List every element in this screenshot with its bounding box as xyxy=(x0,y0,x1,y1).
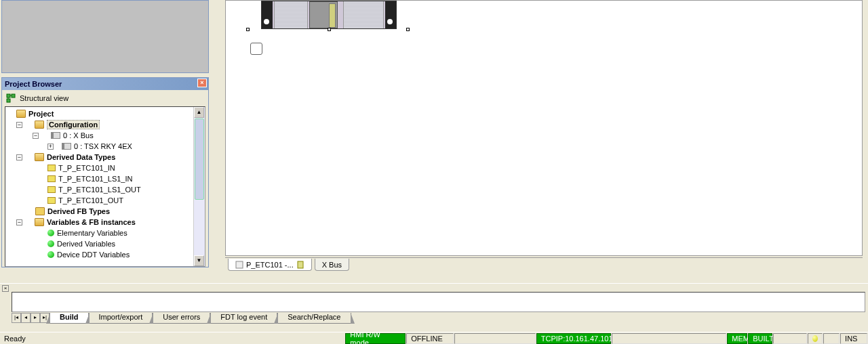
status-ready: Ready xyxy=(0,333,344,344)
rack-cpu-module[interactable] xyxy=(309,1,338,28)
datatype-icon xyxy=(47,197,56,204)
output-tabs: |◂ ◂ ▸ ▸| Build Import/export User error… xyxy=(12,312,865,324)
tree-container: Project −Configuration −0 : X Bus +0 : T… xyxy=(5,106,205,267)
tab-nav-prev-icon[interactable]: ◂ xyxy=(21,313,31,323)
tree-node-dt4[interactable]: T_P_ETC101_OUT xyxy=(7,195,192,206)
tree-node-configuration[interactable]: −Configuration xyxy=(7,119,192,130)
rack-endcap-right xyxy=(385,1,396,28)
datatype-icon xyxy=(47,165,56,171)
bus-canvas[interactable] xyxy=(225,0,863,256)
selection-handle[interactable] xyxy=(328,28,331,31)
output-tab-fdt-log[interactable]: FDT log event xyxy=(210,313,277,324)
status-mem: MEM xyxy=(727,333,747,344)
folder-icon xyxy=(35,153,44,161)
scroll-thumb[interactable] xyxy=(195,119,204,200)
svg-rect-1 xyxy=(12,94,15,98)
rack-slot[interactable] xyxy=(274,1,308,28)
tree-node-v3[interactable]: Device DDT Variables xyxy=(7,249,192,260)
folder-icon xyxy=(16,110,26,118)
expand-icon[interactable]: + xyxy=(47,144,54,150)
tree-node-tsx[interactable]: +0 : TSX RKY 4EX xyxy=(7,141,192,152)
datatype-icon xyxy=(47,175,56,182)
output-tab-import-export[interactable]: Import/export xyxy=(89,313,153,324)
svg-rect-5 xyxy=(236,261,243,268)
tab-nav-next-icon[interactable]: ▸ xyxy=(31,313,40,323)
tree-node-v1[interactable]: Elementary Variables xyxy=(7,228,192,238)
status-bar: Ready HMI R/W mode OFFLINE TCPIP:10.161.… xyxy=(0,332,868,344)
variable-icon xyxy=(47,251,54,258)
tree-node-v2[interactable]: Derived Variables xyxy=(7,238,192,249)
folder-icon xyxy=(35,218,44,226)
status-empty-4 xyxy=(823,333,840,344)
canvas-node[interactable] xyxy=(250,43,262,55)
doc-tab-petc101[interactable]: P_ETC101 -... xyxy=(228,259,312,271)
rack-icon xyxy=(62,143,71,150)
document-icon xyxy=(235,261,243,269)
top-preview-panel xyxy=(1,0,209,73)
tree-node-vfb[interactable]: −Variables & FB instances xyxy=(7,217,192,228)
svg-rect-6 xyxy=(298,261,303,268)
tree-node-dt3[interactable]: T_P_ETC101_LS1_OUT xyxy=(7,184,192,195)
status-connection: OFFLINE xyxy=(406,333,454,344)
output-tab-user-errors[interactable]: User errors xyxy=(153,313,210,324)
output-close-icon[interactable]: × xyxy=(2,285,9,292)
output-pane: × |◂ ◂ ▸ ▸| Build Import/export User err… xyxy=(0,283,868,325)
datatype-icon xyxy=(47,186,56,193)
rack-device[interactable] xyxy=(261,1,397,29)
tree-node-xbus[interactable]: −0 : X Bus xyxy=(7,130,192,141)
status-built: BUILT xyxy=(748,333,772,344)
selection-handle[interactable] xyxy=(406,28,410,31)
view-toolbar: Structural view xyxy=(2,90,208,106)
rack-endcap-left xyxy=(262,1,273,28)
tree-node-dt2[interactable]: T_P_ETC101_LS1_IN xyxy=(7,173,192,184)
collapse-icon[interactable]: − xyxy=(16,219,22,225)
tree-node-dt1[interactable]: T_P_ETC101_IN xyxy=(7,163,192,173)
selection-handle[interactable] xyxy=(246,28,250,31)
output-tab-build[interactable]: Build xyxy=(50,313,89,324)
collapse-icon[interactable]: − xyxy=(16,154,22,160)
status-hint[interactable] xyxy=(808,333,823,344)
output-tab-search-replace[interactable]: Search/Replace xyxy=(277,313,351,324)
rack-slot[interactable] xyxy=(343,1,384,28)
doc-tab-xbus[interactable]: X Bus xyxy=(315,259,349,271)
tree-node-ddt[interactable]: −Derived Data Types xyxy=(7,152,192,163)
project-browser-titlebar[interactable]: Project Browser × xyxy=(2,78,208,90)
lightbulb-icon xyxy=(812,335,818,342)
status-empty-2 xyxy=(612,333,726,344)
svg-rect-2 xyxy=(7,99,10,102)
view-label: Structural view xyxy=(20,94,68,102)
scroll-up-icon[interactable]: ▲ xyxy=(194,107,204,118)
variable-icon xyxy=(47,240,54,247)
status-empty-1 xyxy=(454,333,536,344)
svg-rect-0 xyxy=(7,94,10,98)
project-browser-panel: Project Browser × Structural view Projec… xyxy=(1,77,209,267)
collapse-icon[interactable]: − xyxy=(33,133,39,139)
module-icon xyxy=(296,261,304,269)
structural-view-icon[interactable] xyxy=(6,93,16,103)
tree-scrollbar[interactable]: ▲ ▼ xyxy=(193,107,205,266)
status-hmi-mode: HMI R/W mode xyxy=(345,333,406,344)
tree-node-project[interactable]: Project xyxy=(7,108,192,119)
folder-icon xyxy=(35,207,45,215)
folder-icon xyxy=(35,121,44,129)
bus-icon xyxy=(51,132,60,139)
status-insert-mode: INS xyxy=(840,333,867,344)
document-tab-bar: P_ETC101 -... X Bus xyxy=(225,257,863,271)
project-tree[interactable]: Project −Configuration −0 : X Bus +0 : T… xyxy=(5,107,193,266)
close-icon[interactable]: × xyxy=(197,79,207,87)
scroll-down-icon[interactable]: ▼ xyxy=(194,255,204,266)
tree-node-dfb[interactable]: Derived FB Types xyxy=(7,206,192,217)
status-tcpip: TCPIP:10.161.47.101 xyxy=(536,333,611,344)
collapse-icon[interactable]: − xyxy=(16,122,22,128)
status-empty-3 xyxy=(773,333,807,344)
variable-icon xyxy=(47,230,54,236)
output-body[interactable] xyxy=(12,292,865,312)
tab-nav-first-icon[interactable]: |◂ xyxy=(12,313,21,323)
project-browser-title-text: Project Browser xyxy=(5,80,62,88)
